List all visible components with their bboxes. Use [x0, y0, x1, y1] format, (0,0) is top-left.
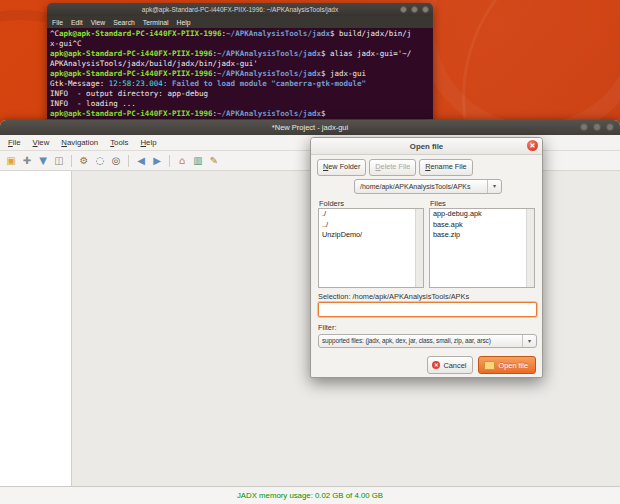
forward-icon[interactable]: ▶ [150, 154, 164, 168]
path-dropdown[interactable]: /home/apk/APKAnalysisTools/APKs ▾ [354, 179, 502, 194]
jadx-minimize-button[interactable] [580, 123, 588, 131]
jadx-memory-usage: JADX memory usage: 0.02 GB of 4.00 GB [237, 491, 383, 500]
path-dropdown-value: /home/apk/APKAnalysisTools/APKs [360, 183, 471, 190]
filter-dropdown[interactable]: supported files: (jadx, apk, dex, jar, c… [318, 334, 537, 348]
dialog-actions: ✕ Cancel Open file [427, 356, 536, 374]
menu-item-terminal[interactable]: Terminal [143, 19, 169, 26]
folders-label: Folders [319, 199, 344, 208]
menu-item-file[interactable]: File [52, 19, 63, 26]
menu-item-search[interactable]: Search [113, 19, 135, 26]
cancel-x-icon: ✕ [432, 361, 440, 369]
search-class-icon[interactable]: ◎ [109, 154, 123, 168]
terminal-close-button[interactable] [422, 6, 429, 13]
home-icon[interactable]: ⌂ [175, 154, 189, 168]
menu-item-help[interactable]: Help [177, 19, 191, 26]
cancel-button[interactable]: ✕ Cancel [427, 356, 473, 374]
files-list-items: app-debug.apkbase.apkbase.zip [430, 209, 527, 287]
terminal-menubar: FileEditViewSearchTerminalHelp [47, 16, 433, 28]
chevron-down-icon: ▾ [522, 335, 536, 347]
folder-item[interactable]: ./ [319, 209, 416, 220]
folders-list-items: ./../UnzipDemo/ [319, 209, 416, 287]
jadx-window-controls [580, 123, 614, 131]
open-file-icon[interactable]: ▣ [4, 154, 18, 168]
terminal-line: apk@apk-Standard-PC-i440FX-PIIX-1996:~/A… [50, 109, 430, 119]
menu-item-view[interactable]: View [27, 138, 56, 147]
menu-item-file[interactable]: File [2, 138, 27, 147]
terminal-minimize-button[interactable] [400, 6, 407, 13]
files-scrollbar[interactable] [526, 209, 534, 287]
jadx-statusbar: JADX memory usage: 0.02 GB of 4.00 GB [0, 486, 620, 504]
terminal-line: Gtk-Message: 12:58:23.004: Failed to loa… [50, 79, 430, 89]
toolbar-separator [128, 155, 129, 167]
files-list: app-debug.apkbase.apkbase.zip [429, 208, 535, 288]
filter-dropdown-value: supported files: (jadx, apk, dex, jar, c… [322, 337, 491, 344]
terminal-line: ^Capk@apk-Standard-PC-i440FX-PIIX-1996:~… [50, 29, 430, 39]
menu-item-help[interactable]: Help [134, 138, 162, 147]
add-files-icon[interactable]: ✚ [20, 154, 34, 168]
jadx-titlebar[interactable]: *New Project - jadx-gui [0, 120, 620, 135]
menu-item-tools[interactable]: Tools [104, 138, 134, 147]
open-file-button-label: Open file [498, 361, 528, 370]
selection-label: Selection: /home/apk/APKAnalysisTools/AP… [318, 292, 469, 301]
terminal-titlebar[interactable]: apk@apk-Standard-PC-i440FX-PIIX-1996: ~/… [47, 3, 433, 16]
chart-icon[interactable]: ▥ [191, 154, 205, 168]
file-item[interactable]: base.apk [430, 220, 527, 231]
dialog-file-ops: New Folder Delete File Rename File [317, 159, 473, 176]
edit-icon[interactable]: ✎ [207, 154, 221, 168]
dialog-titlebar[interactable]: Open file ✕ [311, 138, 542, 155]
jadx-maximize-button[interactable] [593, 123, 601, 131]
toolbar-separator [169, 155, 170, 167]
rename-file-button[interactable]: Rename File [419, 159, 472, 176]
dialog-title: Open file [410, 142, 443, 151]
back-icon[interactable]: ◀ [134, 154, 148, 168]
folder-item[interactable]: ../ [319, 220, 416, 231]
folders-scrollbar[interactable] [415, 209, 423, 287]
wrench-icon[interactable]: ⚙ [77, 154, 91, 168]
menu-item-view[interactable]: View [91, 19, 106, 26]
export-icon[interactable]: ◫ [52, 154, 66, 168]
menu-item-edit[interactable]: Edit [71, 19, 83, 26]
selection-input[interactable] [318, 302, 537, 317]
file-item[interactable]: app-debug.apk [430, 209, 527, 220]
delete-file-button: Delete File [369, 159, 416, 176]
jadx-file-tree-panel[interactable] [0, 171, 72, 487]
terminal-maximize-button[interactable] [411, 6, 418, 13]
terminal-output[interactable]: ^Capk@apk-Standard-PC-i440FX-PIIX-1996:~… [47, 28, 433, 119]
menu-item-navigation[interactable]: Navigation [55, 138, 104, 147]
terminal-line: apk@apk-Standard-PC-i440FX-PIIX-1996:~/A… [50, 69, 430, 79]
search-text-icon[interactable]: ◌ [93, 154, 107, 168]
terminal-title: apk@apk-Standard-PC-i440FX-PIIX-1996: ~/… [142, 6, 338, 13]
terminal-line: APKAnalysisTools/jadx/build/jadx/bin/jad… [50, 59, 430, 69]
save-all-icon[interactable]: ▼ [36, 154, 50, 168]
files-label: Files [430, 199, 446, 208]
dialog-close-icon[interactable]: ✕ [527, 140, 538, 151]
terminal-window: apk@apk-Standard-PC-i440FX-PIIX-1996: ~/… [47, 3, 433, 119]
desktop: apk@apk-Standard-PC-i440FX-PIIX-1996: ~/… [0, 0, 620, 504]
chevron-down-icon: ▾ [487, 180, 501, 193]
folder-item[interactable]: UnzipDemo/ [319, 230, 416, 241]
open-folder-icon [484, 361, 495, 370]
terminal-line: apk@apk-Standard-PC-i440FX-PIIX-1996:~/A… [50, 49, 430, 59]
terminal-line: INFO - output directory: app-debug [50, 89, 430, 99]
file-item[interactable]: base.zip [430, 230, 527, 241]
open-file-button[interactable]: Open file [478, 356, 536, 374]
terminal-line: INFO - loading ... [50, 99, 430, 109]
terminal-line: x-gui^C [50, 39, 430, 49]
jadx-close-button[interactable] [606, 123, 614, 131]
filter-label: Filter: [318, 323, 336, 332]
folders-list: ./../UnzipDemo/ [318, 208, 424, 288]
new-folder-button[interactable]: New Folder [317, 159, 366, 176]
jadx-window-title: *New Project - jadx-gui [272, 123, 348, 132]
cancel-button-label: Cancel [443, 361, 466, 370]
open-file-dialog: Open file ✕ New Folder Delete File Renam… [310, 137, 543, 378]
terminal-window-controls [400, 6, 429, 13]
toolbar-separator [71, 155, 72, 167]
